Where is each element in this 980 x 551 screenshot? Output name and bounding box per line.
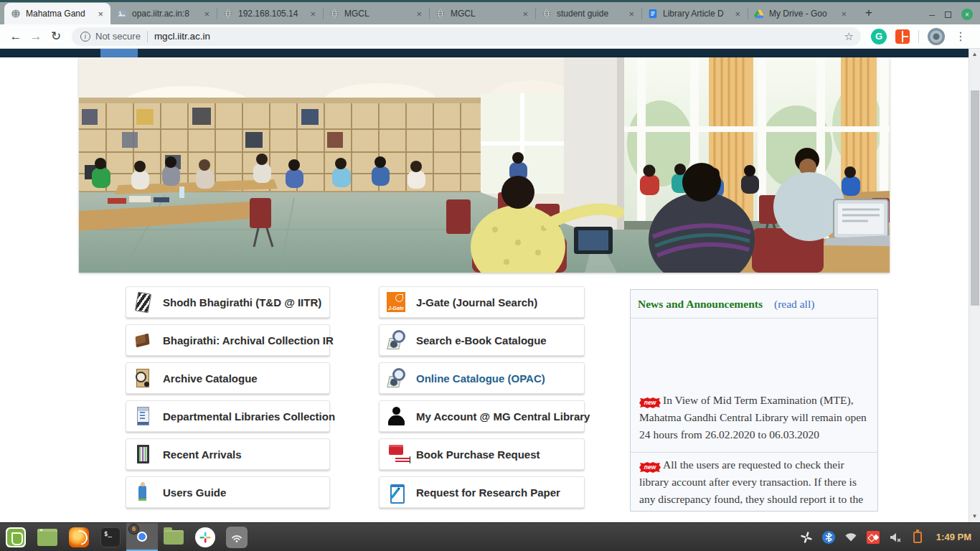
link-shodh-bhagirathi[interactable]: Shodh Bhagirathi (T&D @ IITR): [126, 286, 330, 318]
network-tool-launcher[interactable]: [221, 523, 253, 551]
red-book-icon: [387, 443, 405, 465]
tab-close-icon[interactable]: ×: [414, 9, 424, 19]
globe-favicon: [542, 9, 552, 19]
link-label: Users Guide: [163, 486, 226, 499]
tab-close-icon[interactable]: ×: [626, 9, 636, 19]
terminal-icon: $_: [100, 527, 121, 547]
jgate-icon: J-Gate: [387, 292, 405, 312]
link-jgate[interactable]: J-Gate J-Gate (Journal Search): [379, 286, 585, 318]
screen: Mahatma Gand × opac.iitr.ac.in:8 × 192.1…: [0, 0, 980, 551]
tab-library-article[interactable]: Library Article D ×: [641, 3, 748, 24]
grammarly-extension-icon[interactable]: G: [871, 29, 887, 44]
tab-ip-address[interactable]: 192.168.105.14 ×: [217, 3, 323, 24]
link-bhagirathi-archival-ir[interactable]: Bhagirathi: Archival Collection IR: [126, 324, 330, 356]
globe-favicon: [11, 9, 21, 19]
tab-close-icon[interactable]: ×: [95, 9, 105, 19]
tab-student-guide[interactable]: student guide ×: [535, 3, 641, 24]
bookmark-star-icon[interactable]: ☆: [844, 30, 854, 43]
globe-favicon: [223, 9, 233, 19]
link-label: Shodh Bhagirathi (T&D @ IITR): [163, 296, 321, 309]
link-search-ebook-catalogue[interactable]: Search e-Book Catalogue: [379, 324, 585, 356]
profile-avatar[interactable]: [928, 28, 945, 45]
file-manager-launcher[interactable]: [158, 523, 189, 551]
scrollbar-thumb[interactable]: [971, 90, 979, 306]
tab-close-icon[interactable]: ×: [202, 9, 212, 19]
clipboard-pen-icon: [387, 481, 405, 503]
browser-toolbar: ← → ↻ i Not secure mgcl.iitr.ac.in ☆ G ⋮: [0, 24, 980, 49]
link-my-account[interactable]: My Account @ MG Central Library: [379, 400, 585, 432]
news-title: News and Announcements: [638, 298, 763, 311]
chrome-taskbar-button[interactable]: 6: [126, 523, 158, 551]
tray-pinwheel-icon[interactable]: [800, 531, 813, 544]
mint-logo-icon: [6, 527, 26, 547]
globe-favicon: [329, 9, 339, 19]
webpage-viewport: Shodh Bhagirathi (T&D @ IITR) Bhagirathi…: [0, 49, 980, 522]
scroll-up-arrow[interactable]: ▲: [969, 49, 980, 60]
browser-menu-icon[interactable]: ⋮: [955, 29, 966, 43]
show-desktop-button[interactable]: [32, 523, 63, 551]
window-maximize-button[interactable]: [945, 11, 951, 18]
tab-opac[interactable]: opac.iitr.ac.in:8 ×: [110, 3, 217, 24]
back-button[interactable]: ←: [6, 29, 26, 44]
tab-title: student guide: [557, 9, 621, 19]
tab-title: Mahatma Gand: [26, 9, 90, 19]
chrome-icon-wrap: 6: [131, 527, 153, 548]
tab-mahatma-gandhi-library[interactable]: Mahatma Gand ×: [4, 3, 110, 24]
news-item: newIn View of Mid Term Examination (MTE)…: [631, 319, 877, 452]
link-recent-arrivals[interactable]: Recent Arrivals: [126, 438, 330, 470]
window-minimize-button[interactable]: –: [929, 9, 935, 20]
guide-figure-icon: [133, 481, 152, 503]
volume-muted-icon[interactable]: [889, 531, 902, 544]
read-all-link[interactable]: (read all): [774, 298, 814, 311]
news-item: newAll the users are requested to check …: [631, 452, 877, 510]
tab-title: MGCL: [344, 9, 409, 19]
drive-favicon: [754, 9, 764, 19]
anydesk-icon[interactable]: [867, 531, 880, 544]
link-departmental-libraries[interactable]: Departmental Libraries Collection: [126, 400, 330, 432]
library-kiosk-icon: [133, 405, 152, 427]
forward-button[interactable]: →: [26, 29, 46, 44]
link-label: Departmental Libraries Collection: [163, 410, 335, 423]
link-users-guide[interactable]: Users Guide: [126, 476, 330, 508]
system-tray: 1:49 PM: [800, 531, 980, 544]
address-bar[interactable]: i Not secure mgcl.iitr.ac.in ☆: [72, 27, 861, 46]
tab-close-icon[interactable]: ×: [520, 9, 530, 19]
tab-close-icon[interactable]: ×: [839, 9, 849, 19]
tab-title: My Drive - Goo: [769, 9, 834, 19]
taskbar: $_ 6 1:49 PM: [0, 522, 980, 551]
site-navbar-bottom-edge: [0, 49, 969, 57]
tab-close-icon[interactable]: ×: [732, 9, 743, 19]
link-online-catalogue-opac[interactable]: Online Catalogue (OPAC): [379, 362, 585, 394]
link-request-research-paper[interactable]: Request for Research Paper: [379, 476, 585, 508]
terminal-launcher[interactable]: $_: [95, 523, 126, 551]
news-panel: News and Announcements (read all) newIn …: [630, 289, 878, 512]
battery-icon[interactable]: [911, 531, 924, 544]
firefox-launcher[interactable]: [63, 523, 95, 551]
tab-mgcl-1[interactable]: MGCL ×: [323, 3, 429, 24]
link-book-purchase-request[interactable]: Book Purchase Request: [379, 438, 585, 470]
wifi-status-icon[interactable]: [844, 531, 857, 544]
archive-box-icon: [133, 329, 152, 351]
folder-icon: [164, 530, 184, 545]
mint-menu-button[interactable]: [0, 523, 32, 551]
navbar-active-item[interactable]: [100, 49, 138, 57]
tab-title: 192.168.105.14: [238, 9, 303, 19]
scroll-down-arrow[interactable]: ▼: [969, 511, 980, 522]
bookshelf-icon: [133, 443, 152, 465]
tab-my-drive[interactable]: My Drive - Goo ×: [748, 3, 854, 24]
page-scrollbar[interactable]: ▲ ▼: [969, 49, 980, 522]
grid-extension-icon[interactable]: [895, 29, 910, 44]
magnifier-books-icon: [387, 329, 405, 351]
tab-close-icon[interactable]: ×: [308, 9, 318, 19]
slack-launcher[interactable]: [189, 523, 221, 551]
extensions-area: G ⋮: [871, 28, 974, 45]
reload-button[interactable]: ↻: [46, 29, 66, 44]
tab-mgcl-2[interactable]: MGCL ×: [429, 3, 535, 24]
bluetooth-icon[interactable]: [822, 531, 835, 544]
taskbar-clock[interactable]: 1:49 PM: [936, 532, 971, 542]
site-info-icon[interactable]: i: [80, 32, 90, 42]
window-close-button[interactable]: ×: [961, 9, 973, 20]
link-archive-catalogue[interactable]: Archive Catalogue: [126, 362, 330, 394]
magnifier-document-icon: [133, 367, 152, 389]
new-tab-button[interactable]: +: [859, 4, 878, 22]
